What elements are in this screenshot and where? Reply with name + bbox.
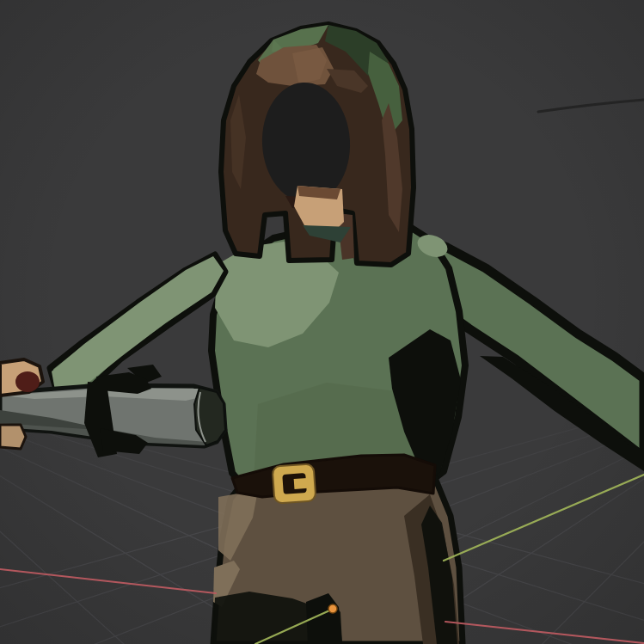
character-legs[interactable]: [213, 475, 463, 644]
character-head[interactable]: [221, 24, 414, 265]
hand-palm: [0, 425, 26, 449]
3d-viewport[interactable]: [0, 0, 644, 644]
buckle-prong: [294, 478, 309, 489]
character-torso[interactable]: [212, 227, 465, 492]
finger-gap-shadow: [15, 371, 40, 392]
object-origin-dot[interactable]: [328, 604, 337, 613]
viewport-canvas[interactable]: [0, 0, 644, 644]
belt-buckle: [273, 463, 316, 503]
